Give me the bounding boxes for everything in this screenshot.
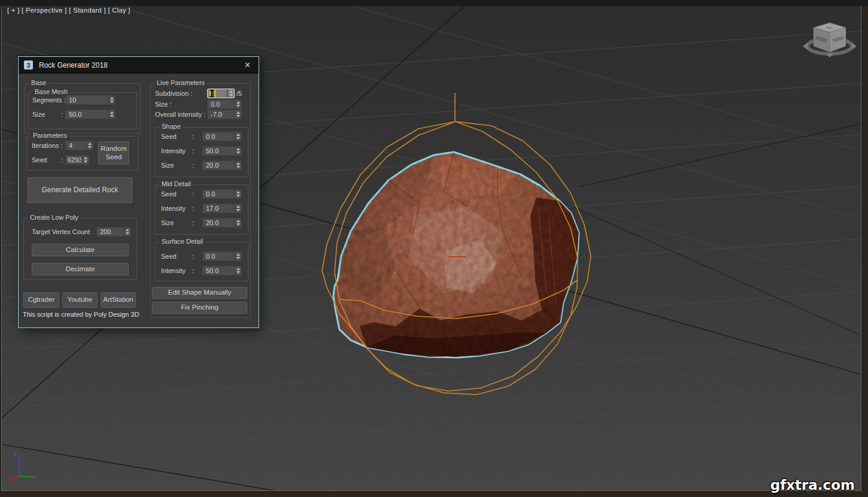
target-vertex-count-label: Target Vertex Count [32, 228, 90, 235]
subdivision-label: Subdivision : [155, 90, 192, 97]
shape-intensity-label: Intensity [161, 147, 186, 154]
mid-seed-label: Seed [161, 190, 177, 198]
size-label: Size [32, 111, 45, 118]
text-cursor-icon: I [209, 88, 215, 99]
colon: : [192, 147, 194, 154]
group-surface-detail-label: Surface Detail [159, 238, 205, 245]
youtube-button[interactable]: Youtube [62, 292, 98, 308]
shape-size-spinner[interactable]: 20.0 [202, 160, 242, 170]
spinner-arrows-icon[interactable] [234, 110, 241, 119]
colon: : [192, 133, 194, 140]
shape-intensity-spinner[interactable]: 50.0 [202, 146, 242, 156]
rock-generator-dialog: 3 Rock Generator 2018 ✕ Base Base Mesh S… [18, 56, 259, 328]
segments-label: Segments : [32, 96, 66, 104]
group-live-parameters-label: Live Parameters [154, 79, 207, 86]
window-top-strip [0, 0, 868, 6]
overall-intensity-label: Overall intensity : [155, 111, 205, 118]
shape-seed-label: Seed [161, 133, 177, 140]
seed-label: Seed [32, 156, 47, 163]
spinner-arrows-icon[interactable] [227, 89, 234, 98]
credit-text: This script is created by Poly Design 3D [23, 311, 139, 318]
shape-size-label: Size [161, 162, 174, 169]
seed-spinner[interactable]: 6293 [65, 155, 89, 165]
colon: : [192, 205, 194, 212]
live-size-spinner[interactable]: 0.0 [207, 99, 242, 109]
spinner-arrows-icon[interactable] [234, 252, 241, 260]
shape-seed-spinner[interactable]: 0.0 [202, 132, 242, 141]
artstation-button[interactable]: ArtStation [101, 292, 136, 308]
iterations-label: Iterations : [32, 142, 62, 149]
spinner-arrows-icon[interactable] [234, 190, 241, 198]
svg-text:z: z [14, 451, 17, 457]
gizmo-z-label: z [451, 199, 454, 205]
iterations-spinner[interactable]: 4 [65, 141, 93, 150]
spinner-arrows-icon[interactable] [234, 132, 241, 141]
mid-size-label: Size [161, 219, 174, 226]
group-shape-label: Shape [159, 123, 183, 130]
group-base-label: Base [29, 79, 48, 86]
base-size-spinner[interactable]: 50.0 [65, 110, 116, 119]
group-surface-detail: Surface Detail [155, 242, 248, 281]
rock-mesh[interactable] [324, 144, 590, 368]
watermark: gfxtra.com [770, 477, 855, 493]
group-create-low-poly-label: Create Low Poly [28, 214, 81, 221]
seed-colon: : [61, 156, 63, 163]
random-seed-button[interactable]: Random Seed [98, 141, 129, 165]
colon: : [192, 267, 194, 274]
viewport-label[interactable]: [ + ] [ Perspective ] [ Standard ] [ Cla… [7, 7, 130, 14]
group-base-mesh-label: Base Mesh [32, 88, 70, 95]
decimate-button[interactable]: Decimate [32, 263, 129, 275]
target-vertex-count-spinner[interactable]: 200 [96, 227, 131, 237]
mid-intensity-spinner[interactable]: 17.0 [202, 204, 242, 213]
rock-shading [324, 144, 590, 368]
mid-size-spinner[interactable]: 20.0 [202, 218, 242, 228]
spinner-arrows-icon[interactable] [108, 96, 115, 104]
colon: : [192, 190, 194, 198]
dialog-title: Rock Generator 2018 [39, 61, 108, 69]
app-icon: 3 [24, 60, 33, 69]
group-mid-detail-label: Mid Detail [159, 180, 193, 187]
live-size-label: Size : [155, 101, 172, 108]
segments-spinner[interactable]: 10 [65, 95, 116, 105]
spinner-arrows-icon[interactable] [108, 110, 115, 119]
spinner-arrows-icon[interactable] [234, 219, 241, 227]
spinner-arrows-icon[interactable] [234, 147, 241, 155]
calculate-button[interactable]: Calculate [32, 244, 129, 256]
spinner-arrows-icon[interactable] [234, 204, 241, 213]
overall-intensity-spinner[interactable]: -7.0 [207, 110, 242, 119]
spinner-arrows-icon[interactable] [81, 156, 89, 164]
colon: : [192, 219, 194, 226]
subdivision-max: /5 [236, 90, 242, 97]
size-colon: : [61, 111, 63, 118]
surface-seed-spinner[interactable]: 0.0 [202, 251, 242, 261]
colon: : [192, 253, 194, 260]
surface-intensity-label: Intensity [161, 267, 186, 274]
colon: : [192, 162, 194, 169]
spinner-arrows-icon[interactable] [234, 100, 241, 108]
view-cube[interactable] [803, 23, 857, 57]
spinner-arrows-icon[interactable] [86, 141, 93, 150]
group-parameters-label: Parameters [31, 132, 69, 139]
generate-detailed-rock-button[interactable]: Generate Detailed Rock [28, 177, 132, 203]
fix-pinching-button[interactable]: Fix Pinching [152, 302, 247, 314]
spinner-arrows-icon[interactable] [234, 161, 241, 169]
dialog-title-bar[interactable]: 3 Rock Generator 2018 ✕ [19, 57, 259, 74]
cgtrader-button[interactable]: Cgtrader [23, 292, 59, 308]
spinner-arrows-icon[interactable] [234, 266, 241, 275]
surface-seed-label: Seed [161, 253, 177, 260]
edit-shape-manually-button[interactable]: Edit Shape Manually [152, 287, 247, 299]
mid-seed-spinner[interactable]: 0.0 [202, 189, 242, 199]
surface-intensity-spinner[interactable]: 50.0 [202, 266, 242, 275]
spinner-arrows-icon[interactable] [123, 228, 130, 236]
mid-intensity-label: Intensity [161, 205, 186, 212]
close-icon[interactable]: ✕ [242, 60, 253, 70]
